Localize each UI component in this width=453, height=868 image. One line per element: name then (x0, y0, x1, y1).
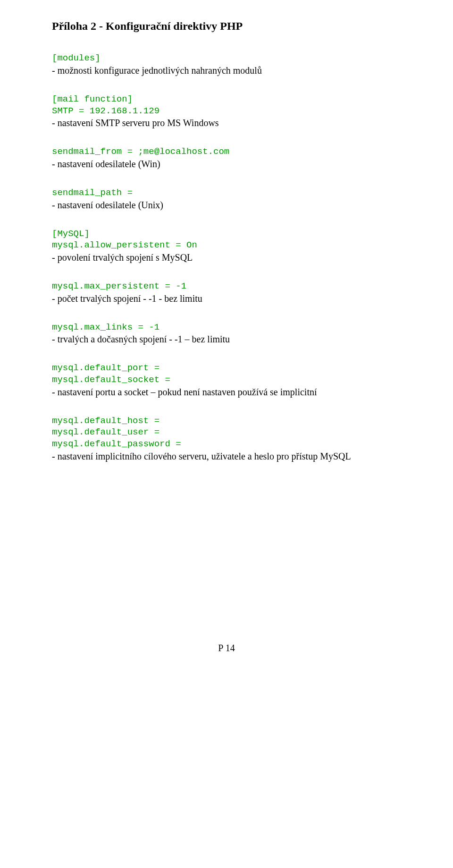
code-line: mysql.default_user = (52, 426, 401, 438)
block-sendmail-from: sendmail_from = ;me@localhost.com - nast… (52, 146, 401, 170)
page-number: P 14 (52, 642, 401, 654)
code-line: mysql.default_password = (52, 438, 401, 450)
block-max-persistent: mysql.max_persistent = -1 - počet trvalý… (52, 281, 401, 305)
block-max-links: mysql.max_links = -1 - trvalých a dočasn… (52, 322, 401, 346)
desc-line: - nastavení implicitního cílového server… (52, 450, 401, 462)
page-title: Příloha 2 - Konfigurační direktivy PHP (52, 19, 401, 34)
code-line: mysql.default_host = (52, 415, 401, 427)
desc-line: - nastavení SMTP serveru pro MS Windows (52, 117, 401, 129)
code-line: mysql.max_persistent = -1 (52, 281, 401, 292)
code-line: mysql.max_links = -1 (52, 322, 401, 333)
desc-line: - trvalých a dočasných spojení - -1 – be… (52, 333, 401, 345)
block-mail-function: [mail function] SMTP = 192.168.1.129 - n… (52, 94, 401, 129)
code-line: mysql.default_port = (52, 362, 401, 374)
code-line: mysql.default_socket = (52, 374, 401, 386)
block-modules: [modules] - možnosti konfigurace jednotl… (52, 52, 401, 77)
code-line: SMTP = 192.168.1.129 (52, 105, 401, 117)
block-sendmail-path: sendmail_path = - nastavení odesilatele … (52, 187, 401, 211)
code-line: [mail function] (52, 94, 401, 105)
desc-line: - nastavení odesilatele (Unix) (52, 199, 401, 211)
block-mysql-section: [MySQL] mysql.allow_persistent = On - po… (52, 228, 401, 264)
block-default-port: mysql.default_port = mysql.default_socke… (52, 362, 401, 398)
desc-line: - možnosti konfigurace jednotlivých nahr… (52, 64, 401, 77)
block-default-host: mysql.default_host = mysql.default_user … (52, 415, 401, 462)
code-line: [MySQL] (52, 228, 401, 240)
desc-line: - nastavení odesilatele (Win) (52, 158, 401, 170)
desc-line: - povolení trvalých spojení s MySQL (52, 251, 401, 264)
code-line: [modules] (52, 52, 401, 64)
code-line: mysql.allow_persistent = On (52, 239, 401, 251)
code-line: sendmail_from = ;me@localhost.com (52, 146, 401, 158)
desc-line: - počet trvalých spojení - -1 - bez limi… (52, 292, 401, 305)
code-line: sendmail_path = (52, 187, 401, 199)
desc-line: - nastavení portu a socket – pokud není … (52, 386, 401, 398)
